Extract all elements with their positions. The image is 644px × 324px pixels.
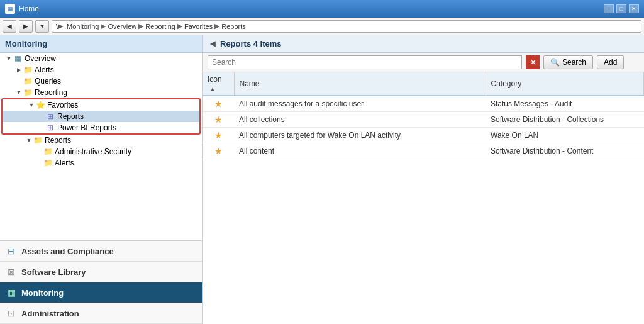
folder-icon-queries: 📁 [23, 77, 33, 86]
highlighted-group: ▼ ⭐ Favorites ⊞ Reports ⊞ Power BI Repor… [1, 98, 201, 135]
row-name-1: All collections [234, 112, 486, 128]
row-icon-1: ★ [203, 112, 234, 128]
breadcrumb-reports[interactable]: Reports [221, 23, 246, 30]
content-header: ◀ Reports 4 items [203, 35, 644, 53]
tree-item-reporting[interactable]: ▼ 📁 Reporting [0, 87, 202, 98]
row-category-2: Wake On LAN [486, 128, 644, 143]
table-row[interactable]: ★ All collections Software Distribution … [203, 112, 644, 128]
dropdown-button[interactable]: ▼ [35, 20, 49, 33]
sort-up-icon: ▲ [210, 86, 215, 92]
back-button[interactable]: ◀ [3, 20, 16, 33]
tree-arrow-overview: ▼ [5, 55, 13, 62]
tree-item-alerts[interactable]: ▶ 📁 Alerts [0, 64, 202, 75]
tree-label-reports-main: Reports [45, 136, 71, 145]
collapse-arrow[interactable]: ◀ [210, 40, 215, 48]
monitor-icon: ▦ [13, 54, 23, 63]
breadcrumb-monitoring[interactable]: Monitoring [67, 23, 99, 30]
nav-item-assets[interactable]: ⊟ Assets and Compliance [0, 241, 202, 262]
report-icon-reports-sub: ⊞ [45, 112, 55, 121]
search-button-label: Search [562, 58, 586, 67]
tree-item-alerts2[interactable]: 📁 Alerts [0, 157, 202, 169]
admin-icon: ⊡ [5, 307, 18, 320]
search-clear-button[interactable]: ✕ [526, 55, 540, 69]
breadcrumb-favorites[interactable]: Favorites [184, 23, 213, 30]
minimize-button[interactable]: — [604, 4, 614, 13]
tree-item-favorites[interactable]: ▼ ⭐ Favorites [3, 99, 199, 111]
nav-label-assets: Assets and Compliance [21, 247, 114, 256]
nav-item-monitoring[interactable]: ▦ Monitoring [0, 282, 202, 303]
report-icon-powerbi: ⊞ [45, 123, 55, 132]
tree-item-overview[interactable]: ▼ ▦ Overview [0, 53, 202, 64]
reports-table: Icon ▲ Name Category ★ All audit message… [203, 72, 644, 159]
table-row[interactable]: ★ All content Software Distribution - Co… [203, 143, 644, 159]
monitoring-icon: ▦ [5, 286, 18, 299]
content-header-title: Reports 4 items [220, 39, 282, 48]
tree-label-reports-sub: Reports [57, 112, 84, 121]
window-title: Home [19, 4, 39, 13]
maximize-button[interactable]: □ [616, 4, 626, 13]
sidebar-nav: ⊟ Assets and Compliance ⊠ Software Libra… [0, 240, 202, 324]
row-category-0: Status Messages - Audit [486, 96, 644, 112]
assets-icon: ⊟ [5, 245, 18, 257]
folder-icon-admin-security: 📁 [43, 147, 53, 156]
close-button[interactable]: ✕ [629, 4, 639, 13]
breadcrumb: \ ▶ Monitoring ▶ Overview ▶ Reporting ▶ … [52, 20, 641, 33]
row-name-0: All audit messages for a specific user [234, 96, 486, 112]
tree-item-admin-security[interactable]: 📁 Administrative Security [0, 146, 202, 157]
folder-icon-reports-main: 📁 [33, 136, 43, 145]
row-icon-2: ★ [203, 128, 234, 143]
tree-arrow-alerts: ▶ [15, 67, 23, 73]
title-bar-left: ▦ Home [5, 4, 39, 14]
search-input[interactable] [208, 55, 522, 69]
tree-item-reports-main[interactable]: ▼ 📁 Reports [0, 135, 202, 146]
forward-button[interactable]: ▶ [19, 20, 33, 33]
title-bar-controls: — □ ✕ [604, 4, 639, 13]
breadcrumb-reporting[interactable]: Reporting [145, 23, 175, 30]
col-name-label: Name [240, 79, 260, 88]
nav-item-software[interactable]: ⊠ Software Library [0, 262, 202, 282]
search-button[interactable]: 🔍 Search [543, 55, 593, 69]
row-name-2: All computers targeted for Wake On LAN a… [234, 128, 486, 143]
col-name[interactable]: Name [234, 72, 486, 96]
table-header-row: Icon ▲ Name Category [203, 72, 644, 96]
row-category-3: Software Distribution - Content [486, 143, 644, 159]
content-panel: ◀ Reports 4 items ✕ 🔍 Search Add Icon ▲ [203, 35, 644, 324]
nav-label-monitoring: Monitoring [21, 288, 64, 298]
main-layout: Monitoring ▼ ▦ Overview ▶ 📁 Alerts 📁 Que… [0, 35, 644, 324]
tree-label-favorites: Favorites [47, 101, 78, 109]
tree-label-admin-security: Administrative Security [55, 147, 131, 156]
search-icon: 🔍 [550, 58, 560, 67]
tree-label-reporting: Reporting [35, 88, 67, 97]
tree-item-reports-sub[interactable]: ⊞ Reports [3, 111, 199, 122]
breadcrumb-overview[interactable]: Overview [108, 23, 136, 30]
folder-icon-alerts: 📁 [23, 65, 33, 74]
tree-item-queries[interactable]: 📁 Queries [0, 75, 202, 87]
table-row[interactable]: ★ All computers targeted for Wake On LAN… [203, 128, 644, 143]
table-row[interactable]: ★ All audit messages for a specific user… [203, 96, 644, 112]
toolbar: ✕ 🔍 Search Add [203, 53, 644, 72]
sidebar-tree: ▼ ▦ Overview ▶ 📁 Alerts 📁 Queries ▼ 📁 Re… [0, 53, 202, 240]
tree-label-powerbi: Power BI Reports [57, 123, 116, 132]
nav-item-admin[interactable]: ⊡ Administration [0, 303, 202, 324]
folder-icon-reporting: 📁 [23, 88, 33, 97]
row-name-3: All content [234, 143, 486, 159]
nav-bar: ◀ ▶ ▼ \ ▶ Monitoring ▶ Overview ▶ Report… [0, 18, 644, 35]
row-category-1: Software Distribution - Collections [486, 112, 644, 128]
folder-icon-alerts2: 📁 [43, 159, 53, 167]
tree-arrow-reporting: ▼ [15, 89, 23, 96]
sidebar: Monitoring ▼ ▦ Overview ▶ 📁 Alerts 📁 Que… [0, 35, 203, 324]
col-category[interactable]: Category [486, 72, 644, 96]
add-button[interactable]: Add [597, 55, 624, 69]
tree-item-powerbi[interactable]: ⊞ Power BI Reports [3, 122, 199, 133]
row-icon-3: ★ [203, 143, 234, 159]
sidebar-header: Monitoring [0, 35, 202, 53]
nav-label-admin: Administration [21, 309, 79, 318]
title-bar: ▦ Home — □ ✕ [0, 0, 644, 18]
software-icon: ⊠ [5, 265, 18, 278]
tree-arrow-reports-main: ▼ [25, 137, 33, 143]
star-icon-favorites: ⭐ [35, 101, 45, 109]
app-icon: ▦ [5, 4, 15, 14]
nav-label-software: Software Library [21, 267, 86, 277]
col-icon[interactable]: Icon ▲ [203, 72, 234, 96]
col-icon-label: Icon [208, 75, 222, 84]
